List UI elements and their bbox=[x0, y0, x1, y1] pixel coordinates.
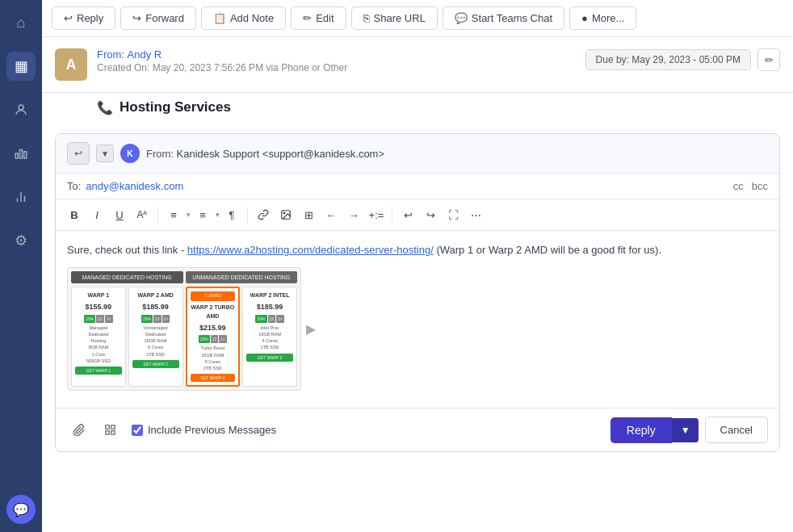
to-label: To: bbox=[67, 180, 81, 192]
edit-label: Edit bbox=[316, 12, 334, 24]
phone-icon: 📞 bbox=[97, 100, 113, 115]
bold-button[interactable]: B bbox=[64, 204, 85, 225]
reply-label: Reply bbox=[77, 12, 103, 24]
underline-button[interactable]: U bbox=[109, 204, 130, 225]
forward-icon: ↪ bbox=[132, 12, 141, 24]
reply-button[interactable]: ↩ Reply bbox=[52, 6, 115, 30]
reply-icon: ↩ bbox=[64, 12, 73, 24]
bar-chart-icon[interactable] bbox=[6, 182, 36, 212]
plan-warp1: WARP 1 $155.99 29% 12 1× ManagedDedicate… bbox=[71, 287, 126, 387]
bottom-right-actions: Reply ▼ Cancel bbox=[610, 417, 768, 443]
svg-point-8 bbox=[283, 212, 285, 214]
email-meta: From: Andy R Created On: May 20, 2023 7:… bbox=[97, 48, 576, 73]
subject-row: 📞 Hosting Services bbox=[42, 93, 793, 124]
image-button[interactable] bbox=[275, 204, 296, 225]
reply-avatar: K bbox=[120, 144, 140, 163]
svg-rect-11 bbox=[105, 431, 108, 434]
indent-left-button[interactable]: ← bbox=[321, 204, 342, 225]
unordered-list-button[interactable]: ≡ bbox=[192, 204, 213, 225]
add-note-icon: 📋 bbox=[213, 12, 226, 24]
expand-arrow[interactable]: ▶ bbox=[306, 319, 316, 340]
email-header: A From: Andy R Created On: May 20, 2023 … bbox=[42, 37, 793, 93]
svg-rect-2 bbox=[20, 150, 23, 159]
svg-rect-3 bbox=[24, 152, 27, 158]
editor-content[interactable]: Sure, check out this link - https://www.… bbox=[56, 231, 779, 408]
italic-button[interactable]: I bbox=[86, 204, 107, 225]
undo-button[interactable]: ↩ bbox=[397, 204, 418, 225]
reply-panel: ↩ ▼ K From: Kanidesk Support <support@ka… bbox=[55, 133, 780, 452]
cc-link[interactable]: cc bbox=[733, 180, 744, 192]
reply-from-header: ↩ ▼ K From: Kanidesk Support <support@ka… bbox=[56, 134, 779, 174]
more-button[interactable]: ● More... bbox=[569, 6, 636, 30]
more-label: More... bbox=[592, 12, 624, 24]
managed-hosting-label: MANAGED DEDICATED HOSTING bbox=[71, 271, 183, 283]
settings-icon[interactable]: ⚙ bbox=[6, 226, 36, 255]
forward-label: Forward bbox=[145, 12, 184, 24]
redo-button[interactable]: ↪ bbox=[420, 204, 441, 225]
table-button[interactable]: ⊞ bbox=[298, 204, 319, 225]
share-url-label: Share URL bbox=[374, 12, 426, 24]
add-note-button[interactable]: 📋 Add Note bbox=[201, 6, 286, 30]
from-name: Andy R bbox=[128, 48, 162, 61]
reply-from-text: From: Kanidesk Support <support@kanidesk… bbox=[146, 148, 768, 160]
more-icon: ● bbox=[581, 12, 588, 24]
edit-button[interactable]: ✏ Edit bbox=[291, 6, 346, 30]
subject-title: Hosting Services bbox=[120, 99, 231, 115]
font-size-button[interactable]: Aᴬ bbox=[132, 204, 153, 225]
main-content: ↩ Reply ↪ Forward 📋 Add Note ✏ Edit ⎘ Sh… bbox=[42, 0, 793, 532]
edit-icon: ✏ bbox=[303, 12, 312, 24]
editor-toolbar: B I U Aᴬ ≡ ▾ ≡ ▾ ¶ ⊞ ← → +:= bbox=[56, 199, 779, 231]
cancel-button[interactable]: Cancel bbox=[705, 417, 768, 443]
svg-rect-9 bbox=[105, 425, 108, 429]
chat-bubble-btn[interactable]: 💬 bbox=[6, 495, 36, 524]
more-options-button[interactable]: ⋯ bbox=[465, 204, 486, 225]
plan-warp2-turbo: TURBO WARP 2 TURBO AMD $215.99 29% 12 1×… bbox=[186, 287, 241, 387]
users-icon[interactable] bbox=[6, 95, 36, 124]
indent-right-button[interactable]: → bbox=[343, 204, 364, 225]
reply-send-main-button[interactable]: Reply bbox=[610, 417, 672, 443]
separator-1 bbox=[157, 207, 158, 223]
teams-label: Start Teams Chat bbox=[472, 12, 552, 24]
reply-dropdown-button[interactable]: ▼ bbox=[96, 145, 114, 162]
template-button[interactable] bbox=[98, 418, 122, 442]
paragraph-button[interactable]: ¶ bbox=[221, 204, 242, 225]
svg-point-0 bbox=[19, 105, 23, 110]
include-previous-area: Include Previous Messages bbox=[132, 424, 276, 436]
chart-icon[interactable] bbox=[6, 139, 36, 168]
sidebar: ⌂ ▦ ⚙ 💬 bbox=[0, 0, 42, 532]
include-previous-label: Include Previous Messages bbox=[148, 424, 276, 436]
special-chars-button[interactable]: +:= bbox=[366, 204, 387, 225]
unmanaged-hosting-label: UNMANAGED DEDICATED HOSTING bbox=[186, 271, 298, 283]
start-teams-chat-button[interactable]: 💬 Start Teams Chat bbox=[443, 6, 564, 30]
grid-icon[interactable]: ▦ bbox=[6, 52, 36, 81]
share-icon: ⎘ bbox=[363, 12, 370, 24]
reply-panel-wrapper: ↩ ▼ K From: Kanidesk Support <support@ka… bbox=[42, 124, 793, 532]
reply-back-button[interactable]: ↩ bbox=[67, 142, 90, 165]
reply-send-dropdown-button[interactable]: ▼ bbox=[672, 418, 699, 442]
include-previous-checkbox[interactable] bbox=[132, 425, 143, 436]
reply-send-btn-group: Reply ▼ bbox=[610, 417, 699, 443]
separator-2 bbox=[247, 207, 248, 223]
email-created: Created On: May 20, 2023 7:56:26 PM via … bbox=[97, 62, 576, 73]
svg-rect-1 bbox=[15, 153, 18, 158]
separator-3 bbox=[392, 207, 392, 223]
forward-button[interactable]: ↪ Forward bbox=[120, 6, 196, 30]
due-date-area: Due by: May 29, 2023 - 05:00 PM ✏ bbox=[585, 48, 780, 71]
home-icon[interactable]: ⌂ bbox=[6, 8, 36, 37]
ordered-list-dropdown[interactable]: ▾ bbox=[187, 211, 191, 219]
teams-icon: 💬 bbox=[455, 12, 468, 24]
reply-bottom-bar: Include Previous Messages Reply ▼ Cancel bbox=[56, 408, 779, 451]
hosting-link[interactable]: https://www.a2hosting.com/dedicated-serv… bbox=[187, 244, 434, 256]
unordered-list-dropdown[interactable]: ▾ bbox=[216, 211, 220, 219]
edit-due-date-button[interactable]: ✏ bbox=[757, 48, 780, 71]
ordered-list-button[interactable]: ≡ bbox=[163, 204, 184, 225]
add-note-label: Add Note bbox=[230, 12, 274, 24]
fullscreen-button[interactable]: ⛶ bbox=[443, 204, 464, 225]
body-text: Sure, check out this link - bbox=[67, 244, 187, 256]
link-button[interactable] bbox=[253, 204, 274, 225]
cc-bcc-area: cc bcc bbox=[733, 180, 768, 192]
attach-file-button[interactable] bbox=[67, 418, 91, 442]
toolbar: ↩ Reply ↪ Forward 📋 Add Note ✏ Edit ⎘ Sh… bbox=[42, 0, 793, 37]
share-url-button[interactable]: ⎘ Share URL bbox=[351, 6, 438, 30]
bcc-link[interactable]: bcc bbox=[752, 180, 768, 192]
